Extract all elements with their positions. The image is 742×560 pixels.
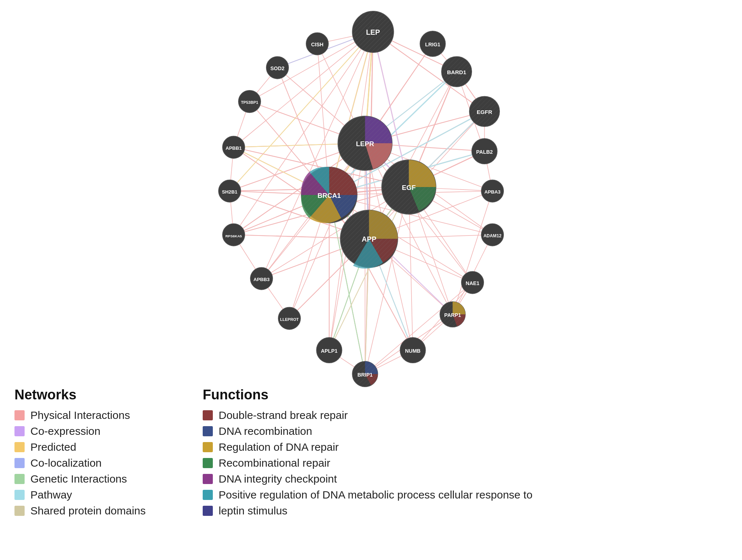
legend-item-physical: Physical Interactions bbox=[14, 409, 203, 421]
functions-legend-title: Functions bbox=[203, 387, 532, 403]
svg-text:RPS6KA5: RPS6KA5 bbox=[225, 234, 242, 238]
legend-label-genetic: Genetic Interactions bbox=[30, 473, 127, 485]
svg-text:LEP: LEP bbox=[366, 28, 380, 36]
legend-container: Networks Physical Interactions Co-expres… bbox=[0, 380, 742, 528]
legend-item-dsb: Double-strand break repair bbox=[203, 409, 532, 421]
svg-line-133 bbox=[453, 191, 493, 314]
legend-item-predicted: Predicted bbox=[14, 441, 203, 453]
predicted-swatch bbox=[14, 442, 25, 452]
svg-text:APBB3: APBB3 bbox=[253, 277, 270, 282]
legend-label-pathway: Pathway bbox=[30, 489, 72, 501]
networks-legend: Networks Physical Interactions Co-expres… bbox=[14, 387, 203, 521]
legend-item-dna-integrity: DNA integrity checkpoint bbox=[203, 473, 532, 485]
functions-legend: Functions Double-strand break repair DNA… bbox=[203, 387, 532, 521]
dna-integrity-swatch bbox=[203, 474, 213, 484]
recomb-repair-swatch bbox=[203, 458, 213, 468]
legend-item-leptin: leptin stimulus bbox=[203, 505, 532, 517]
legend-item-coexpression: Co-expression bbox=[14, 425, 203, 437]
svg-text:EGF: EGF bbox=[402, 184, 416, 191]
legend-label-dsb: Double-strand break repair bbox=[219, 409, 348, 421]
legend-item-pathway: Pathway bbox=[14, 489, 203, 501]
legend-label-physical: Physical Interactions bbox=[30, 409, 130, 421]
svg-text:EGFR: EGFR bbox=[477, 109, 492, 115]
svg-text:BRCA1: BRCA1 bbox=[317, 192, 341, 199]
pathway-swatch bbox=[14, 490, 25, 500]
legend-label-dna-recomb: DNA recombination bbox=[219, 425, 312, 437]
svg-text:LRIG1: LRIG1 bbox=[425, 42, 440, 47]
shared-swatch bbox=[14, 506, 25, 516]
legend-item-pos-reg: Positive regulation of DNA metabolic pro… bbox=[203, 489, 532, 501]
legend-label-leptin: leptin stimulus bbox=[219, 505, 287, 517]
legend-item-reg-dna: Regulation of DNA repair bbox=[203, 441, 532, 453]
dna-recomb-swatch bbox=[203, 426, 213, 436]
legend-label-coexpression: Co-expression bbox=[30, 425, 100, 437]
legend-label-reg-dna: Regulation of DNA repair bbox=[219, 441, 339, 453]
legend-item-genetic: Genetic Interactions bbox=[14, 473, 203, 485]
legend-label-dna-integrity: DNA integrity checkpoint bbox=[219, 473, 337, 485]
svg-text:LLEPROT: LLEPROT bbox=[280, 317, 299, 322]
svg-text:PARP1: PARP1 bbox=[444, 312, 461, 318]
legend-item-dna-recomb: DNA recombination bbox=[203, 425, 532, 437]
legend-item-colocalization: Co-localization bbox=[14, 457, 203, 469]
legend-item-shared: Shared protein domains bbox=[14, 505, 203, 517]
network-container: LEP LRIG1 CISH SOD2 BARD1 TP53BP1 EGFR bbox=[0, 0, 742, 398]
legend-label-predicted: Predicted bbox=[30, 441, 76, 453]
svg-text:APBA3: APBA3 bbox=[484, 189, 501, 195]
svg-text:LEPR: LEPR bbox=[356, 140, 374, 148]
pos-reg-swatch bbox=[203, 490, 213, 500]
coexpression-swatch bbox=[14, 426, 25, 436]
svg-text:BRIP1: BRIP1 bbox=[357, 372, 372, 378]
physical-swatch bbox=[14, 410, 25, 420]
networks-legend-title: Networks bbox=[14, 387, 203, 403]
genetic-swatch bbox=[14, 474, 25, 484]
dsb-swatch bbox=[203, 410, 213, 420]
svg-text:SOD2: SOD2 bbox=[270, 65, 284, 71]
svg-text:ADAM12: ADAM12 bbox=[484, 233, 502, 238]
leptin-swatch bbox=[203, 506, 213, 516]
svg-text:BARD1: BARD1 bbox=[447, 69, 466, 75]
legend-label-shared: Shared protein domains bbox=[30, 505, 146, 517]
svg-text:TP53BP1: TP53BP1 bbox=[241, 100, 258, 105]
svg-text:PALB2: PALB2 bbox=[476, 149, 493, 155]
colocalization-swatch bbox=[14, 458, 25, 468]
legend-item-recomb-repair: Recombinational repair bbox=[203, 457, 532, 469]
svg-text:APLP1: APLP1 bbox=[321, 348, 337, 354]
legend-label-pos-reg: Positive regulation of DNA metabolic pro… bbox=[219, 489, 532, 501]
svg-text:CISH: CISH bbox=[311, 42, 323, 47]
svg-text:NUMB: NUMB bbox=[405, 348, 421, 354]
svg-text:APBB1: APBB1 bbox=[225, 145, 242, 151]
network-svg: LEP LRIG1 CISH SOD2 BARD1 TP53BP1 EGFR bbox=[0, 0, 742, 398]
legend-label-recomb-repair: Recombinational repair bbox=[219, 457, 330, 469]
legend-label-colocalization: Co-localization bbox=[30, 457, 102, 469]
svg-text:NAE1: NAE1 bbox=[465, 280, 479, 286]
svg-text:SH2B1: SH2B1 bbox=[222, 189, 237, 195]
reg-dna-swatch bbox=[203, 442, 213, 452]
svg-text:APP: APP bbox=[362, 235, 376, 243]
